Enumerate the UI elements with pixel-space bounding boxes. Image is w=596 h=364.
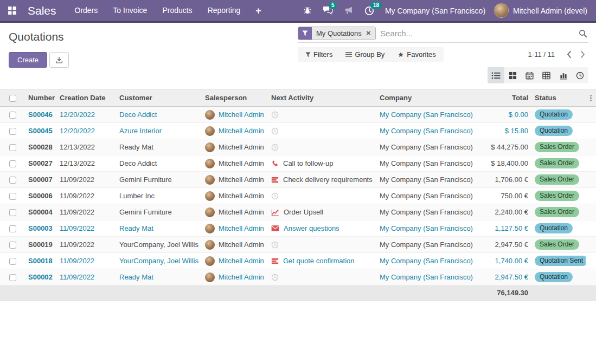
cell-salesperson[interactable]: Mitchell Admin [202,253,268,269]
row-checkbox[interactable] [0,237,25,253]
menu-item-to-invoice[interactable]: To Invoice [105,0,155,21]
cell-creation-date[interactable]: 11/09/2022 [56,269,116,285]
user-avatar[interactable] [494,3,509,18]
cell-number[interactable]: S00019 [25,237,56,253]
view-switch-list[interactable] [488,67,504,83]
search-facet[interactable]: My Quotations ✕ [298,27,376,40]
cell-next-activity[interactable] [268,107,376,123]
cell-salesperson[interactable]: Mitchell Admin [202,123,268,139]
cell-number[interactable]: S00002 [25,269,56,285]
cell-salesperson[interactable]: Mitchell Admin [202,188,268,204]
table-row[interactable]: S00028 12/13/2022 Ready Mat Mitchell Adm… [0,139,596,155]
cell-salesperson[interactable]: Mitchell Admin [202,107,268,123]
tasks-icon[interactable] [271,176,279,184]
table-row[interactable]: S00004 11/09/2022 Gemini Furniture Mitch… [0,204,596,220]
header-next-activity[interactable]: Next Activity [268,89,376,107]
cell-salesperson[interactable]: Mitchell Admin [202,155,268,172]
facet-remove-icon[interactable]: ✕ [366,30,371,37]
chart-icon[interactable] [271,209,279,216]
cell-customer[interactable]: YourCompany, Joel Willis [116,237,202,253]
cell-customer[interactable]: Gemini Furniture [116,204,202,220]
header-creation-date[interactable]: Creation Date [56,89,116,107]
cell-next-activity[interactable] [268,123,376,139]
cell-creation-date[interactable]: 11/09/2022 [56,220,116,237]
cell-customer[interactable]: Deco Addict [116,155,202,172]
cell-number[interactable]: S00004 [25,204,56,220]
view-switch-graph[interactable] [555,67,572,83]
app-brand[interactable]: Sales [28,4,56,17]
create-button[interactable]: Create [9,52,47,68]
cell-creation-date[interactable]: 12/20/2022 [56,107,116,123]
row-checkbox[interactable] [0,253,25,269]
table-row[interactable]: S00002 11/09/2022 Ready Mat Mitchell Adm… [0,269,596,285]
group-by-dropdown[interactable]: Group By [339,47,391,62]
cell-next-activity[interactable]: Get quote confirmation [268,253,376,269]
cell-salesperson[interactable]: Mitchell Admin [202,139,268,155]
row-checkbox[interactable] [0,269,25,285]
plus-menu-icon[interactable]: + [248,1,269,21]
header-company[interactable]: Company [376,89,483,107]
cell-company[interactable]: My Company (San Francisco) [376,172,483,188]
cell-creation-date[interactable]: 11/09/2022 [56,172,116,188]
cell-company[interactable]: My Company (San Francisco) [376,204,483,220]
header-status[interactable]: Status [531,89,586,107]
clock-icon[interactable] [271,111,279,119]
row-checkbox[interactable] [0,204,25,220]
view-switch-kanban[interactable] [504,67,521,83]
cell-customer[interactable]: Ready Mat [116,220,202,237]
cell-creation-date[interactable]: 12/13/2022 [56,139,116,155]
cell-next-activity[interactable] [268,139,376,155]
activities-clock-icon[interactable]: 18 [364,6,374,16]
cell-salesperson[interactable]: Mitchell Admin [202,204,268,220]
filters-dropdown[interactable]: Filters [299,47,339,62]
cell-company[interactable]: My Company (San Francisco) [376,237,483,253]
cell-company[interactable]: My Company (San Francisco) [376,123,483,139]
pager-previous-icon[interactable] [563,50,574,58]
table-row[interactable]: S00019 11/09/2022 YourCompany, Joel Will… [0,237,596,253]
cell-number[interactable]: S00027 [25,155,56,172]
cell-salesperson[interactable]: Mitchell Admin [202,220,268,237]
cell-company[interactable]: My Company (San Francisco) [376,253,483,269]
row-checkbox[interactable] [0,172,25,188]
cell-next-activity[interactable] [268,188,376,204]
table-row[interactable]: S00007 11/09/2022 Gemini Furniture Mitch… [0,172,596,188]
apps-grid-icon[interactable] [8,6,17,15]
row-checkbox[interactable] [0,220,25,237]
row-checkbox[interactable] [0,188,25,204]
header-customer[interactable]: Customer [116,89,202,107]
row-checkbox[interactable] [0,139,25,155]
cell-company[interactable]: My Company (San Francisco) [376,188,483,204]
search-icon[interactable] [578,29,588,38]
export-button[interactable] [49,52,69,68]
cell-number[interactable]: S00028 [25,139,56,155]
cell-creation-date[interactable]: 11/09/2022 [56,204,116,220]
row-checkbox[interactable] [0,123,25,139]
table-row[interactable]: S00003 11/09/2022 Ready Mat Mitchell Adm… [0,220,596,237]
clock-icon[interactable] [271,127,279,135]
favorites-dropdown[interactable]: Favorites [391,47,442,62]
cell-number[interactable]: S00045 [25,123,56,139]
cell-next-activity[interactable]: Order Upsell [268,204,376,220]
cell-number[interactable]: S00046 [25,107,56,123]
optional-columns-icon[interactable]: ⋮ [586,89,596,107]
row-checkbox[interactable] [0,107,25,123]
messages-icon[interactable]: 5 [323,6,333,15]
view-switch-pivot[interactable] [538,67,555,83]
phone-icon[interactable] [271,160,279,167]
cell-customer[interactable]: Azure Interior [116,123,202,139]
cell-customer[interactable]: Ready Mat [116,269,202,285]
cell-next-activity[interactable]: Check delivery requirements [268,172,376,188]
table-row[interactable]: S00018 11/09/2022 YourCompany, Joel Will… [0,253,596,269]
clock-icon[interactable] [271,241,279,249]
envelope-icon[interactable] [271,225,279,232]
cell-customer[interactable]: Deco Addict [116,107,202,123]
cell-creation-date[interactable]: 11/09/2022 [56,237,116,253]
select-all-checkbox[interactable] [0,89,25,107]
view-switch-calendar[interactable] [521,67,538,83]
cell-number[interactable]: S00006 [25,188,56,204]
cell-creation-date[interactable]: 12/20/2022 [56,123,116,139]
clock-icon[interactable] [271,274,279,281]
cell-number[interactable]: S00007 [25,172,56,188]
cell-company[interactable]: My Company (San Francisco) [376,107,483,123]
cell-number[interactable]: S00003 [25,220,56,237]
